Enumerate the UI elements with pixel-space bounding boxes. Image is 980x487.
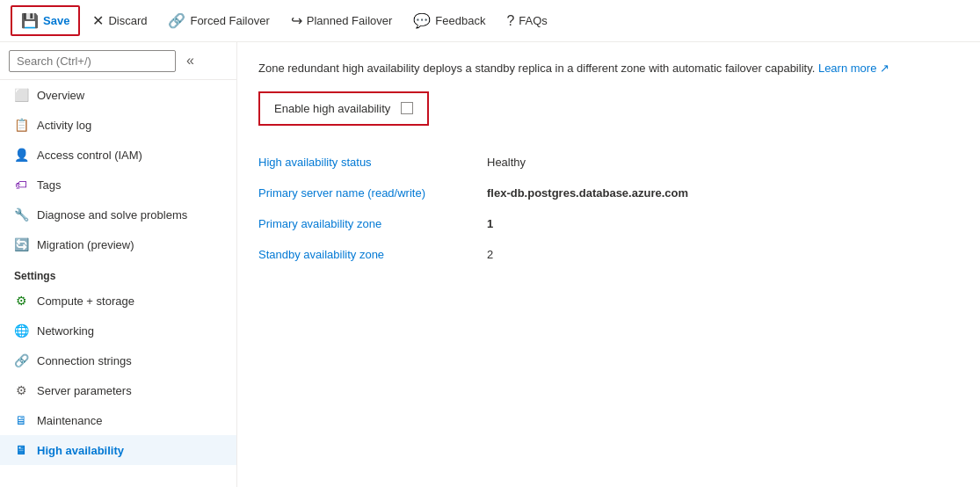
sidebar-item-compute-storage[interactable]: ⚙ Compute + storage (0, 286, 236, 316)
sidebar-item-server-parameters[interactable]: ⚙ Server parameters (0, 375, 236, 405)
table-row: High availability status Healthy (258, 147, 959, 178)
search-input[interactable] (9, 50, 176, 72)
forced-failover-icon: 🔗 (168, 12, 185, 29)
primary-server-label: Primary server name (read/write) (258, 178, 487, 208)
faqs-icon: ? (506, 13, 514, 29)
discard-icon: ✕ (92, 12, 104, 29)
settings-header: Settings (0, 259, 236, 286)
faqs-label: FAQs (519, 14, 548, 27)
learn-more-link[interactable]: Learn more ↗ (818, 62, 889, 75)
high-availability-icon: 🖥 (14, 443, 28, 457)
connection-strings-icon: 🔗 (14, 353, 28, 367)
ha-status-value: Healthy (487, 147, 959, 178)
sidebar-item-networking[interactable]: 🌐 Networking (0, 316, 236, 345)
search-box: « (0, 42, 236, 80)
save-button[interactable]: 💾 Save (11, 5, 80, 36)
main-layout: « ⬜ Overview 📋 Activity log 👤 Access con… (0, 42, 980, 487)
sidebar-item-diagnose-label: Diagnose and solve problems (37, 208, 187, 222)
save-icon: 💾 (21, 12, 39, 29)
networking-icon: 🌐 (14, 323, 28, 338)
maintenance-icon: 🖥 (14, 413, 28, 427)
info-table: High availability status Healthy Primary… (258, 147, 959, 270)
sidebar-item-connection-strings-label: Connection strings (37, 354, 132, 367)
sidebar-item-migration-label: Migration (preview) (37, 238, 134, 251)
sidebar-item-activity-log[interactable]: 📋 Activity log (0, 110, 236, 140)
save-label: Save (43, 14, 69, 27)
table-row: Standby availability zone 2 (258, 239, 959, 270)
overview-icon: ⬜ (14, 88, 28, 102)
faqs-button[interactable]: ? FAQs (497, 8, 555, 34)
sidebar-item-overview[interactable]: ⬜ Overview (0, 80, 236, 110)
access-control-icon: 👤 (14, 148, 28, 162)
forced-failover-label: Forced Failover (190, 14, 269, 27)
primary-zone-value: 1 (487, 208, 959, 239)
sidebar-item-maintenance-label: Maintenance (37, 414, 102, 427)
sidebar-item-connection-strings[interactable]: 🔗 Connection strings (0, 345, 236, 375)
tags-icon: 🏷 (14, 178, 28, 192)
sidebar-item-diagnose[interactable]: 🔧 Diagnose and solve problems (0, 200, 236, 229)
diagnose-icon: 🔧 (14, 207, 28, 222)
compute-storage-icon: ⚙ (14, 294, 28, 308)
enable-ha-checkbox[interactable] (401, 102, 413, 114)
forced-failover-button[interactable]: 🔗 Forced Failover (159, 7, 278, 34)
sidebar-item-high-availability-label: High availability (37, 444, 124, 457)
planned-failover-button[interactable]: ↪ Planned Failover (282, 7, 402, 34)
standby-zone-label: Standby availability zone (258, 239, 487, 270)
ha-status-label: High availability status (258, 147, 487, 178)
sidebar-item-migration[interactable]: 🔄 Migration (preview) (0, 229, 236, 259)
discard-label: Discard (108, 14, 147, 27)
enable-ha-box: Enable high availability (258, 91, 429, 126)
sidebar-item-overview-label: Overview (37, 89, 84, 102)
toolbar: 💾 Save ✕ Discard 🔗 Forced Failover ↪ Pla… (0, 0, 980, 42)
sidebar-item-access-control[interactable]: 👤 Access control (IAM) (0, 140, 236, 170)
planned-failover-label: Planned Failover (307, 14, 393, 27)
primary-zone-label: Primary availability zone (258, 208, 487, 239)
enable-ha-label: Enable high availability (274, 102, 390, 115)
sidebar-item-tags[interactable]: 🏷 Tags (0, 170, 236, 200)
sidebar-item-access-control-label: Access control (IAM) (37, 149, 142, 162)
sidebar: « ⬜ Overview 📋 Activity log 👤 Access con… (0, 42, 237, 487)
feedback-icon: 💬 (413, 12, 431, 29)
description-text: Zone redundant high availability deploys… (258, 60, 959, 77)
table-row: Primary availability zone 1 (258, 208, 959, 239)
table-row: Primary server name (read/write) flex-db… (258, 178, 959, 208)
server-parameters-icon: ⚙ (14, 383, 28, 397)
discard-button[interactable]: ✕ Discard (83, 7, 156, 34)
sidebar-item-high-availability[interactable]: 🖥 High availability (0, 435, 236, 465)
content-area: Zone redundant high availability deploys… (237, 42, 980, 487)
feedback-button[interactable]: 💬 Feedback (404, 7, 494, 34)
sidebar-item-server-parameters-label: Server parameters (37, 384, 132, 397)
sidebar-item-tags-label: Tags (37, 178, 61, 192)
planned-failover-icon: ↪ (291, 12, 302, 29)
description-body: Zone redundant high availability deploys… (258, 62, 815, 75)
activity-log-icon: 📋 (14, 118, 28, 132)
sidebar-item-activity-log-label: Activity log (37, 119, 91, 132)
standby-zone-value: 2 (487, 239, 959, 270)
sidebar-item-compute-storage-label: Compute + storage (37, 294, 134, 308)
collapse-button[interactable]: « (183, 49, 198, 72)
feedback-label: Feedback (435, 14, 485, 27)
sidebar-item-networking-label: Networking (37, 324, 94, 338)
sidebar-item-maintenance[interactable]: 🖥 Maintenance (0, 405, 236, 435)
primary-server-value: flex-db.postgres.database.azure.com (487, 178, 959, 208)
migration-icon: 🔄 (14, 237, 28, 251)
